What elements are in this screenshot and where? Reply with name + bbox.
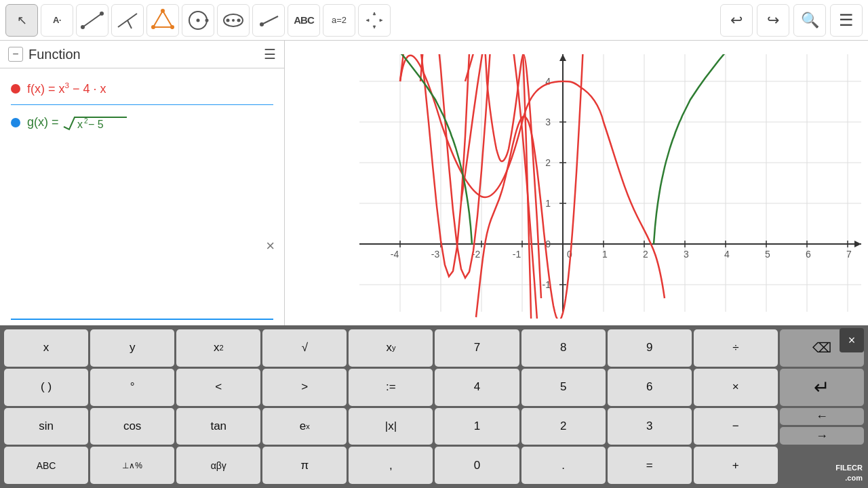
undo-button[interactable]: ↩ <box>720 4 753 37</box>
key-pi[interactable]: π <box>262 447 347 484</box>
key-5[interactable]: 5 <box>521 369 606 406</box>
graph-svg: -4 -3 -2 -1 0 1 2 3 4 5 6 7 -1 0 1 2 3 4 <box>285 41 868 325</box>
svg-text:2: 2 <box>545 157 551 168</box>
key-special[interactable]: ⊥∧% <box>90 447 174 484</box>
svg-point-6 <box>161 9 165 13</box>
function-text-2: g(x) = x 2 − 5 <box>27 113 130 132</box>
function-list: f(x) = x3 − 4 · x g(x) = x 2 <box>0 68 284 144</box>
keyboard-row-1: x y x2 √ xy 7 8 9 ÷ ⌫ <box>4 329 864 367</box>
redo-button[interactable]: ↪ <box>757 4 789 37</box>
slider-tool-button[interactable]: a=2 <box>323 4 355 37</box>
key-multiply[interactable]: × <box>694 369 778 406</box>
keyboard-close-button[interactable]: × <box>840 328 864 352</box>
key-divide[interactable]: ÷ <box>694 329 778 367</box>
circle-tool-button[interactable] <box>182 4 214 37</box>
key-arrow-right[interactable]: → <box>780 427 864 445</box>
point-tool-button[interactable]: A• <box>41 4 73 37</box>
polygon-tool-button[interactable] <box>146 4 179 37</box>
svg-text:1: 1 <box>602 249 608 260</box>
key-parentheses[interactable]: ( ) <box>4 369 88 406</box>
line-tool-button[interactable] <box>76 4 108 37</box>
key-greater-than[interactable]: > <box>262 369 347 406</box>
function-item-2[interactable]: g(x) = x 2 − 5 <box>0 108 284 138</box>
key-cos[interactable]: cos <box>90 408 174 445</box>
key-dot[interactable]: . <box>521 447 606 484</box>
function-item-1[interactable]: f(x) = x3 − 4 · x <box>0 75 284 102</box>
key-x-squared[interactable]: x2 <box>176 329 260 367</box>
svg-point-13 <box>226 18 230 22</box>
key-abs[interactable]: |x| <box>349 408 433 445</box>
menu-button[interactable]: ☰ <box>830 4 863 37</box>
svg-text:4: 4 <box>724 249 730 260</box>
key-0[interactable]: 0 <box>435 447 519 484</box>
keyboard-row-4: ABC ⊥∧% αβγ π , 0 . = + FILECR.com <box>4 447 864 484</box>
keyboard-row-2: ( ) ° < > := 4 5 6 × ↵ <box>4 369 864 406</box>
input-close-button[interactable]: × <box>266 237 275 255</box>
watermark-text: FILECR.com <box>835 463 863 483</box>
key-sin[interactable]: sin <box>4 408 88 445</box>
svg-line-4 <box>127 20 132 28</box>
key-comma[interactable]: , <box>349 447 433 484</box>
key-sqrt[interactable]: √ <box>262 329 347 367</box>
svg-point-15 <box>232 19 235 22</box>
list-view-icon[interactable]: ☰ <box>264 46 276 62</box>
key-3[interactable]: 3 <box>608 408 692 445</box>
key-define[interactable]: := <box>349 369 433 406</box>
keyboard: × x y x2 √ xy 7 8 9 ÷ ⌫ ( ) ° < > := 4 5… <box>0 325 868 488</box>
function-dot-1 <box>11 84 20 94</box>
key-abc[interactable]: ABC <box>4 447 88 484</box>
svg-line-0 <box>83 14 102 27</box>
key-minus[interactable]: − <box>694 408 778 445</box>
svg-text:7: 7 <box>846 249 852 260</box>
move-tool-button[interactable] <box>358 4 391 37</box>
select-tool-button[interactable]: ↖ <box>5 4 38 37</box>
keyboard-row-3: sin cos tan ex |x| 1 2 3 − ← → <box>4 408 864 445</box>
main-content: − Function ☰ f(x) = x3 − 4 · x g(x) = <box>0 41 868 325</box>
svg-text:1: 1 <box>545 198 551 209</box>
graph-area[interactable]: ⌂ ↻ ⚙ ⋮ <box>285 41 868 325</box>
svg-point-7 <box>170 25 174 29</box>
perpendicular-tool-button[interactable] <box>111 4 144 37</box>
function-input[interactable] <box>11 301 273 320</box>
key-6[interactable]: 6 <box>608 369 692 406</box>
text-tool-button[interactable]: ABC <box>288 4 320 37</box>
key-8[interactable]: 8 <box>521 329 606 367</box>
svg-point-11 <box>205 18 209 22</box>
key-y[interactable]: y <box>90 329 174 367</box>
key-equals[interactable]: = <box>608 447 692 484</box>
svg-point-14 <box>237 18 241 22</box>
key-exp[interactable]: ex <box>262 408 347 445</box>
key-x-power-y[interactable]: xy <box>349 329 433 367</box>
key-4[interactable]: 4 <box>435 369 519 406</box>
key-2[interactable]: 2 <box>521 408 606 445</box>
ray-tool-button[interactable] <box>252 4 285 37</box>
svg-text:2: 2 <box>643 249 648 260</box>
key-9[interactable]: 9 <box>608 329 692 367</box>
filecr-watermark: FILECR.com <box>780 447 864 484</box>
svg-point-8 <box>151 25 155 29</box>
sidebar-header: − Function ☰ <box>0 41 284 68</box>
key-plus[interactable]: + <box>694 447 778 484</box>
svg-point-1 <box>81 25 85 29</box>
key-enter[interactable]: ↵ <box>780 369 864 406</box>
key-greek[interactable]: αβγ <box>176 447 260 484</box>
svg-text:3: 3 <box>545 117 551 127</box>
search-button[interactable]: 🔍 <box>793 4 826 37</box>
key-arrow-left[interactable]: ← <box>780 408 864 426</box>
svg-point-2 <box>100 12 104 16</box>
collapse-button[interactable]: − <box>8 47 23 62</box>
key-7[interactable]: 7 <box>435 329 519 367</box>
key-tan[interactable]: tan <box>176 408 260 445</box>
key-less-than[interactable]: < <box>176 369 260 406</box>
key-1[interactable]: 1 <box>435 408 519 445</box>
ellipse-tool-button[interactable] <box>217 4 250 37</box>
key-x[interactable]: x <box>4 329 88 367</box>
svg-point-10 <box>197 18 200 22</box>
svg-text:-4: -4 <box>391 249 399 260</box>
function-separator <box>11 104 273 105</box>
svg-text:− 5: − 5 <box>88 119 104 130</box>
function-dot-2 <box>11 118 20 127</box>
key-degree[interactable]: ° <box>90 369 174 406</box>
svg-line-16 <box>262 16 278 24</box>
input-area <box>11 301 273 320</box>
